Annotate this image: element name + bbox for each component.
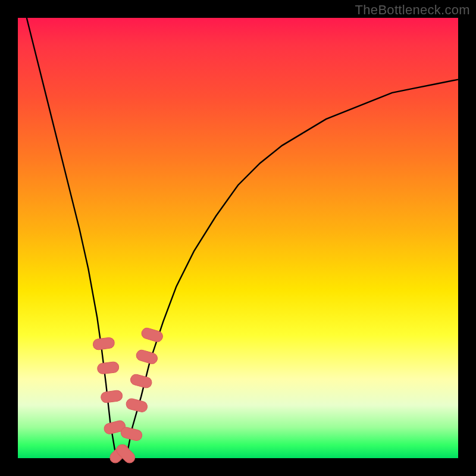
- bottleneck-curve: [27, 18, 458, 458]
- chart-frame: TheBottleneck.com: [0, 0, 476, 476]
- curve-marker: [97, 361, 120, 374]
- plot-area: [18, 18, 458, 458]
- curve-marker: [125, 397, 148, 413]
- curve-marker: [135, 349, 159, 365]
- curve-layer: [18, 18, 458, 458]
- curve-marker: [129, 373, 152, 389]
- watermark-text: TheBottleneck.com: [355, 2, 470, 18]
- curve-marker: [120, 426, 143, 441]
- curve-marker: [92, 337, 115, 350]
- curve-marker: [101, 390, 123, 403]
- curve-markers: [92, 327, 164, 465]
